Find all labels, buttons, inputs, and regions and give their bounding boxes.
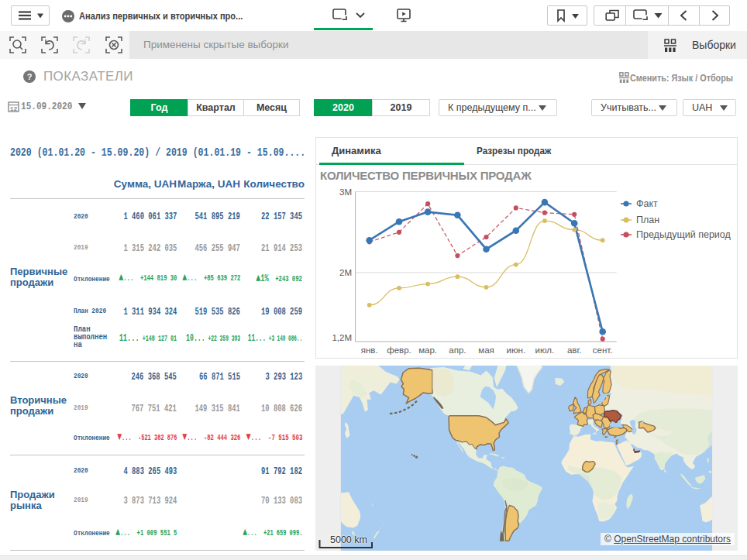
svg-text:сент.: сент. — [593, 345, 613, 355]
svg-text:авг.: авг. — [567, 345, 582, 355]
svg-text:янв.: янв. — [361, 345, 378, 355]
svg-text:1,2M: 1,2M — [332, 333, 352, 342]
svg-text:мая: мая — [478, 345, 494, 355]
svg-text:июн.: июн. — [506, 345, 525, 355]
svg-text:апр.: апр. — [449, 345, 466, 355]
svg-text:февр.: февр. — [387, 345, 411, 355]
svg-text:июл.: июл. — [535, 345, 555, 355]
svg-text:План: План — [636, 215, 659, 225]
svg-text:2M: 2M — [339, 268, 352, 277]
svg-text:Предыдущий период: Предыдущий период — [636, 229, 731, 240]
svg-text:мар.: мар. — [418, 345, 437, 355]
svg-text:3M: 3M — [339, 187, 352, 197]
svg-text:Факт: Факт — [636, 198, 658, 209]
svg-text:5000 km: 5000 km — [330, 534, 367, 545]
